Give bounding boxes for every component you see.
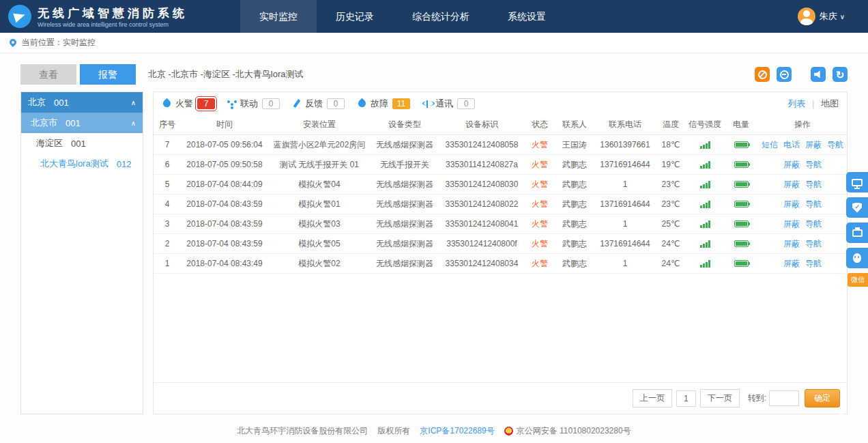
cell-status: 火警	[525, 218, 555, 230]
action-link[interactable]: 屏蔽	[783, 180, 800, 189]
divider: |	[812, 98, 814, 109]
cell-actions: 短信电话屏蔽导航	[758, 139, 847, 151]
tree-item-label: 北京市	[31, 117, 57, 129]
column-header: 设备标识	[439, 119, 525, 130]
printer-icon	[852, 229, 863, 237]
tree-item-haidian[interactable]: 海淀区 001	[21, 133, 143, 154]
refresh-icon[interactable]	[833, 67, 848, 82]
action-link[interactable]: 导航	[827, 140, 843, 149]
filter-feedback[interactable]: 反馈 0	[292, 98, 345, 110]
signal-strength-icon	[700, 181, 710, 188]
filter-comm[interactable]: 通讯 0	[422, 98, 475, 110]
cell-battery	[724, 181, 758, 188]
column-header: 状态	[525, 119, 555, 130]
main-nav: 实时监控 历史记录 综合统计分析 系统设置	[240, 0, 565, 33]
cell-index: 2	[154, 239, 181, 248]
cell-actions: 屏蔽导航	[758, 179, 847, 190]
content-area: 北京 001 ∧ 北京市 001 ∧ 海淀区 001 北大青鸟lor	[20, 91, 848, 414]
action-link[interactable]: 电话	[783, 140, 800, 149]
nav-realtime-monitoring[interactable]: 实时监控	[240, 0, 317, 33]
action-link[interactable]: 导航	[805, 180, 822, 189]
cell-temperature: 25℃	[656, 219, 686, 229]
cell-signal	[686, 260, 724, 268]
nav-statistics[interactable]: 综合统计分析	[393, 0, 489, 33]
quick-actions	[755, 67, 848, 82]
tree-item-beijing-city[interactable]: 北京市 001 ∧	[21, 113, 143, 133]
cell-index: 5	[154, 180, 181, 189]
icp-link[interactable]: 京ICP备17022689号	[420, 425, 494, 437]
collapse-caret-icon: ∧	[131, 99, 136, 106]
column-header: 设备类型	[371, 119, 439, 130]
tree-item-beijing[interactable]: 北京 001 ∧	[21, 92, 143, 113]
police-record-link[interactable]: 京公网安备 11010802023280号	[517, 425, 631, 437]
next-page-button[interactable]: 下一页	[700, 389, 740, 408]
tree-item-label: 海淀区	[36, 137, 63, 149]
action-link[interactable]: 导航	[805, 259, 822, 268]
page-number-button[interactable]: 1	[676, 390, 696, 407]
tab-view[interactable]: 查看	[20, 64, 76, 85]
prev-page-button[interactable]: 上一页	[633, 389, 672, 408]
cell-location: 模拟火警05	[268, 238, 371, 250]
tree-item-lora-test[interactable]: 北大青鸟lora测试 012	[21, 154, 143, 174]
action-link[interactable]: 屏蔽	[783, 160, 800, 169]
action-link[interactable]: 短信	[762, 140, 778, 149]
wechat-button[interactable]: 微信	[848, 273, 868, 287]
cell-signal	[686, 220, 724, 228]
cell-signal	[686, 181, 724, 188]
region-tree: 北京 001 ∧ 北京市 001 ∧ 海淀区 001 北大青鸟lor	[20, 91, 143, 414]
goto-page-input[interactable]	[769, 390, 799, 406]
column-header: 电量	[724, 119, 758, 130]
cell-time: 2018-07-04 08:44:09	[181, 180, 268, 189]
confirm-button[interactable]: 确定	[805, 389, 840, 408]
view-map-toggle[interactable]: 地图	[821, 98, 839, 109]
logo-arrow-icon	[8, 5, 31, 28]
cell-temperature: 19℃	[656, 160, 686, 169]
qq-icon	[853, 253, 861, 263]
action-link[interactable]: 屏蔽	[783, 239, 800, 248]
tree-item-count: 001	[66, 118, 81, 128]
filter-fire-alarm[interactable]: 火警 7	[162, 98, 215, 110]
monitor-tool-button[interactable]	[846, 172, 868, 192]
table-row: 3 2018-07-04 08:43:59 模拟火警03 无线感烟探测器 335…	[154, 214, 847, 234]
app-logo: 无线广域智慧消防系统 Wireless wide area intelligen…	[0, 5, 240, 28]
action-link[interactable]: 导航	[805, 239, 822, 248]
cell-location: 测试 无线手报开关 01	[268, 159, 371, 171]
nav-settings[interactable]: 系统设置	[489, 0, 565, 33]
cell-actions: 屏蔽导航	[758, 218, 847, 230]
action-link[interactable]: 导航	[805, 219, 822, 229]
chevron-down-icon: ∨	[840, 13, 845, 20]
cell-temperature: 23℃	[656, 180, 686, 189]
cell-time: 2018-07-04 08:43:59	[181, 239, 268, 248]
tab-alarm[interactable]: 报警	[80, 64, 136, 85]
cell-temperature: 23℃	[656, 199, 686, 209]
glyph	[836, 70, 845, 80]
cell-signal	[686, 240, 724, 248]
filter-fault[interactable]: 故障 11	[357, 98, 410, 110]
cell-battery	[724, 161, 758, 168]
nav-history[interactable]: 历史记录	[317, 0, 393, 33]
action-link[interactable]: 屏蔽	[783, 259, 800, 268]
action-link[interactable]: 屏蔽	[805, 140, 822, 149]
action-link[interactable]: 屏蔽	[783, 219, 800, 229]
printer-tool-button[interactable]	[846, 223, 868, 243]
cell-contact: 武鹏志	[555, 159, 594, 171]
qq-tool-button[interactable]	[846, 248, 868, 268]
signal-strength-icon	[700, 220, 710, 228]
action-link[interactable]: 导航	[805, 199, 822, 209]
user-menu[interactable]: 朱庆 ∨	[798, 8, 845, 25]
cell-status: 火警	[525, 179, 555, 190]
speaker-icon[interactable]	[811, 67, 826, 82]
count-badge: 0	[327, 98, 345, 109]
ban-icon[interactable]	[755, 67, 770, 82]
action-link[interactable]: 导航	[805, 160, 822, 169]
cell-location: 模拟火警04	[268, 179, 371, 190]
battery-icon	[734, 201, 749, 208]
flame-icon	[162, 98, 173, 109]
view-list-toggle[interactable]: 列表	[787, 98, 805, 109]
minus-circle-icon[interactable]	[777, 67, 792, 82]
action-link[interactable]: 屏蔽	[783, 199, 800, 209]
avatar	[798, 8, 815, 25]
shield-tool-button[interactable]	[846, 197, 868, 218]
cell-device-type: 无线感烟探测器	[371, 179, 439, 190]
filter-linkage[interactable]: 联动 0	[227, 98, 280, 110]
